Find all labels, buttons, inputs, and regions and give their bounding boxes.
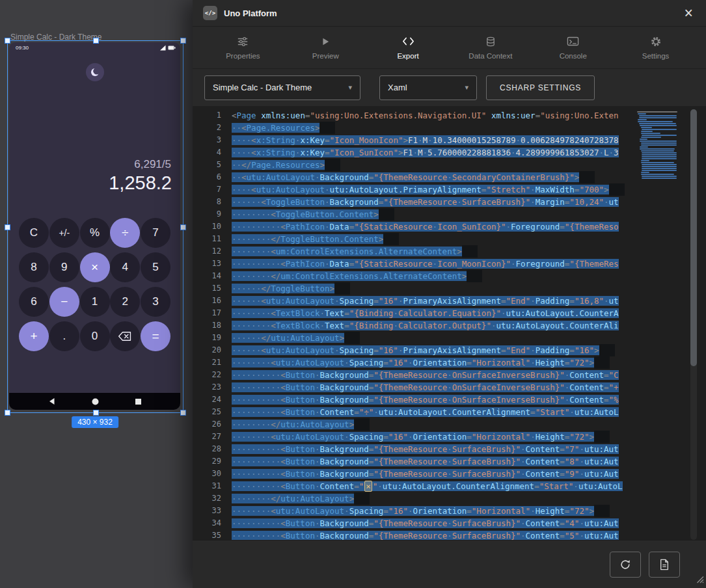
key-2[interactable]: 2 bbox=[110, 287, 140, 317]
key-8[interactable]: 8 bbox=[19, 252, 49, 282]
code-line[interactable]: ········<utu:AutoLayout·Spacing="16"·Ori… bbox=[232, 356, 706, 369]
minimap[interactable] bbox=[637, 109, 686, 540]
minimap-line bbox=[641, 150, 674, 152]
line-number: 4 bbox=[193, 146, 221, 159]
key-÷[interactable]: ÷ bbox=[110, 218, 140, 248]
code-line[interactable]: ······<utu:AutoLayout·Spacing="16"·Prima… bbox=[232, 295, 706, 307]
code-line[interactable]: ········<utu:AutoLayout·Spacing="16"·Ori… bbox=[232, 505, 706, 517]
code-line[interactable]: ··</Page.Resources> bbox=[232, 159, 706, 171]
code-line[interactable]: ········<utu:AutoLayout·Spacing="16"·Ori… bbox=[232, 431, 706, 443]
code-line[interactable]: ··········<Button·Background="{ThemeReso… bbox=[232, 394, 706, 406]
resize-handle[interactable] bbox=[5, 38, 10, 44]
key-0[interactable]: 0 bbox=[80, 321, 110, 351]
key-C[interactable]: C bbox=[19, 218, 49, 248]
code-line[interactable]: ··········<Button·Background="{ThemeReso… bbox=[232, 468, 706, 480]
code-line[interactable]: ····<x:String·x:Key="Icon_MoonIcon">F1·M… bbox=[232, 134, 706, 146]
key-backspace[interactable] bbox=[110, 321, 140, 351]
resize-handle[interactable] bbox=[5, 410, 10, 416]
editor-scrollbar[interactable] bbox=[690, 109, 697, 540]
key-=[interactable]: = bbox=[141, 321, 170, 351]
key-5[interactable]: 5 bbox=[141, 252, 170, 282]
close-icon[interactable]: × bbox=[682, 6, 696, 21]
code-line[interactable]: <Page xmlns:uen="using:Uno.Extensions.Na… bbox=[232, 109, 706, 122]
code-line[interactable]: ··········<Button·Content="×"·utu:AutoLa… bbox=[232, 480, 706, 492]
line-number: 18 bbox=[193, 319, 221, 332]
code-line[interactable]: ··········<Button·Background="{ThemeReso… bbox=[232, 381, 706, 394]
code-line[interactable]: ······</ToggleButton> bbox=[232, 282, 706, 295]
theme-toggle-button[interactable] bbox=[86, 63, 104, 81]
nav-home-button[interactable] bbox=[92, 398, 99, 405]
code-line[interactable]: ····<x:String·x:Key="Icon_SunIcon">F1·M·… bbox=[232, 146, 706, 159]
nav-recents-button[interactable] bbox=[135, 399, 141, 405]
code-line[interactable]: ········</ToggleButton.Content> bbox=[232, 233, 706, 245]
key-3[interactable]: 3 bbox=[141, 287, 170, 317]
resize-grip[interactable] bbox=[696, 574, 704, 586]
code-line[interactable]: ··········<PathIcon·Data="{StaticResourc… bbox=[232, 258, 706, 270]
code-line[interactable]: ······</utu:AutoLayout> bbox=[232, 332, 706, 344]
minimap-line bbox=[640, 146, 648, 148]
format-select[interactable]: Xaml ▾ bbox=[379, 75, 477, 100]
code-line[interactable]: ········<ToggleButton.Content> bbox=[232, 208, 706, 220]
line-number: 15 bbox=[193, 282, 221, 295]
resize-handle[interactable] bbox=[180, 38, 186, 44]
code-content[interactable]: <Page xmlns:uen="using:Uno.Extensions.Na… bbox=[232, 109, 706, 540]
tab-export[interactable]: Export bbox=[367, 27, 450, 68]
csharp-settings-button[interactable]: CSHARP SETTINGS bbox=[486, 75, 595, 100]
code-line[interactable]: ··<utu:AutoLayout·Background="{ThemeReso… bbox=[232, 171, 706, 183]
console-icon bbox=[567, 36, 579, 47]
scrollbar-thumb[interactable] bbox=[690, 109, 697, 366]
key-1[interactable]: 1 bbox=[80, 287, 110, 317]
key-+/-[interactable]: +/- bbox=[49, 218, 79, 248]
code-line[interactable]: ··········<Button·Background="{ThemeReso… bbox=[232, 455, 706, 468]
code-line[interactable]: ··········<PathIcon·Data="{StaticResourc… bbox=[232, 220, 706, 233]
tab-preview[interactable]: Preview bbox=[284, 27, 367, 68]
code-line[interactable]: ··········<Button·Background="{ThemeReso… bbox=[232, 517, 706, 529]
code-line[interactable]: ······<utu:AutoLayout·Spacing="16"·Prima… bbox=[232, 344, 706, 356]
key-+[interactable]: + bbox=[19, 321, 49, 351]
code-line[interactable]: ········</utu:AutoLayout> bbox=[232, 418, 706, 431]
code-line[interactable]: ··········<Button·Background="{ThemeReso… bbox=[232, 443, 706, 455]
key-−[interactable]: − bbox=[49, 287, 79, 317]
export-file-button[interactable] bbox=[649, 552, 680, 578]
resize-handle[interactable] bbox=[5, 224, 10, 230]
code-editor[interactable]: 1234567891011121314151617181920212223242… bbox=[193, 106, 706, 540]
resize-handle[interactable] bbox=[93, 410, 99, 416]
key-6[interactable]: 6 bbox=[19, 287, 49, 317]
code-line[interactable]: ········</utu:AutoLayout> bbox=[232, 492, 706, 505]
code-line[interactable]: ······<ToggleButton·Background="{ThemeRe… bbox=[232, 196, 706, 208]
calculator-output: 1,258.2 bbox=[109, 172, 172, 194]
minimap-line bbox=[638, 119, 646, 120]
resize-handle[interactable] bbox=[93, 38, 99, 44]
refresh-button[interactable] bbox=[610, 552, 641, 578]
recents-icon bbox=[135, 399, 141, 405]
code-line[interactable]: ····<utu:AutoLayout·utu:AutoLayout.Prima… bbox=[232, 183, 706, 196]
key-×[interactable]: × bbox=[80, 252, 110, 282]
code-line[interactable]: ··<Page.Resources> bbox=[232, 122, 706, 134]
code-line[interactable]: ··········<Button·Background="{ThemeReso… bbox=[232, 369, 706, 381]
nav-back-button[interactable] bbox=[49, 398, 55, 405]
tab-console[interactable]: Console bbox=[532, 27, 614, 68]
code-line[interactable]: ········<TextBlock·Text="{Binding·Calcul… bbox=[232, 307, 706, 319]
tab-label: Properties bbox=[226, 52, 260, 60]
tab-settings[interactable]: Settings bbox=[614, 27, 697, 68]
resize-handle[interactable] bbox=[180, 410, 186, 416]
code-line[interactable]: ··········<Button·Content="÷"·utu:AutoLa… bbox=[232, 406, 706, 418]
phone-nav-bar bbox=[9, 393, 180, 410]
minimap-line bbox=[639, 117, 677, 118]
code-line[interactable]: ········</um:ControlExtensions.Alternate… bbox=[232, 270, 706, 282]
key-%[interactable]: % bbox=[80, 218, 110, 248]
key-7[interactable]: 7 bbox=[141, 218, 170, 248]
key-9[interactable]: 9 bbox=[49, 252, 79, 282]
minimap-line bbox=[641, 172, 649, 173]
key-.[interactable]: . bbox=[49, 321, 79, 351]
phone-artboard[interactable]: 09:30 6,291/5 1,258.2 C+/-%÷789×456−123+… bbox=[9, 42, 180, 410]
tab-properties[interactable]: Properties bbox=[202, 27, 284, 68]
code-line[interactable]: ········<um:ControlExtensions.AlternateC… bbox=[232, 245, 706, 258]
resize-handle[interactable] bbox=[180, 224, 186, 230]
tab-data-context[interactable]: Data Context bbox=[449, 27, 532, 68]
key-4[interactable]: 4 bbox=[110, 252, 140, 282]
code-line[interactable]: ··········<Button·Background="{ThemeReso… bbox=[232, 529, 706, 540]
line-number: 17 bbox=[193, 307, 221, 319]
code-line[interactable]: ········<TextBlock·Text="{Binding·Calcul… bbox=[232, 319, 706, 332]
page-select[interactable]: Simple Calc - Dark Theme ▾ bbox=[204, 75, 360, 100]
